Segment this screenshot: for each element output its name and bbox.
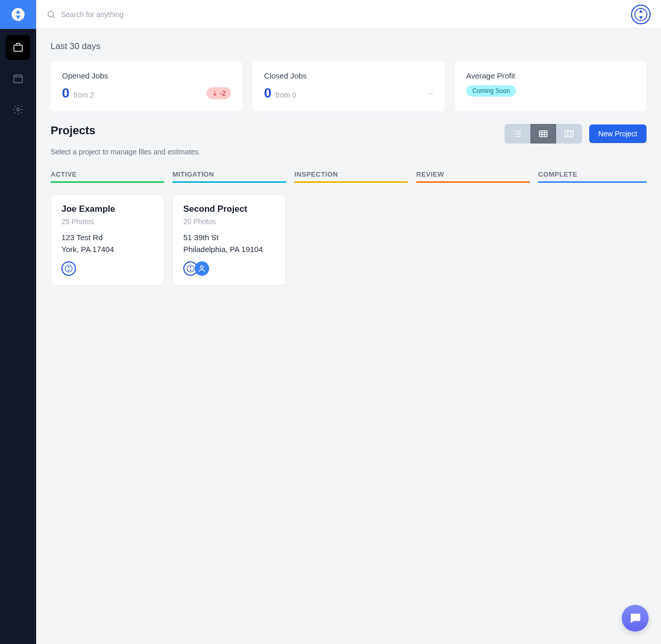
addr-line-1: 51 39th St	[183, 232, 275, 244]
column-review: REVIEW	[416, 170, 530, 286]
addr-line-1: 123 Test Rd	[61, 232, 153, 244]
user-icon	[197, 264, 207, 273]
projects-subheading: Select a project to manage files and est…	[51, 148, 647, 156]
svg-rect-5	[539, 131, 547, 137]
project-user-avatar	[61, 261, 76, 276]
svg-rect-1	[14, 75, 23, 83]
stat-body: 0 from 0 --	[264, 85, 433, 101]
aperture-icon	[10, 7, 26, 22]
addr-line-2: Philadelphia, PA 19104	[183, 244, 275, 256]
stat-body: 0 from 2 -2	[62, 85, 231, 101]
svg-rect-0	[14, 45, 23, 51]
stats-row: Opened Jobs 0 from 2 -2 Closed Jobs	[51, 61, 647, 112]
project-user-avatar	[195, 261, 209, 276]
search-icon	[46, 10, 56, 19]
view-map-button[interactable]	[556, 124, 582, 144]
app-logo[interactable]	[0, 0, 36, 29]
stat-left: 0 from 2	[62, 85, 94, 101]
project-users	[61, 261, 153, 276]
topbar	[36, 0, 661, 29]
main: Last 30 days Opened Jobs 0 from 2 -2	[36, 0, 661, 298]
projects-heading: Projects	[51, 124, 96, 137]
stat-left: 0 from 0	[264, 85, 296, 101]
stat-delta-value: -2	[220, 89, 226, 97]
stat-title: Average Profit	[466, 71, 635, 80]
content: Last 30 days Opened Jobs 0 from 2 -2	[36, 29, 661, 298]
project-address: 123 Test Rd York, PA 17404	[61, 232, 153, 255]
column-header: MITIGATION	[172, 170, 286, 183]
chat-bubble-button[interactable]	[622, 605, 649, 632]
search-wrap	[46, 10, 631, 19]
map-icon	[564, 129, 574, 139]
stat-title: Closed Jobs	[264, 71, 433, 80]
sidebar-item-calendar[interactable]	[6, 66, 30, 91]
projects-header: Projects	[51, 124, 647, 144]
svg-point-3	[48, 11, 54, 17]
project-users	[183, 261, 275, 276]
svg-point-2	[17, 108, 20, 111]
search-input[interactable]	[61, 10, 216, 19]
sidebar	[0, 0, 36, 644]
sidebar-item-settings[interactable]	[6, 97, 30, 122]
project-card[interactable]: Joe Example 25 Photos 123 Test Rd York, …	[51, 194, 164, 286]
column-inspection: INSPECTION	[294, 170, 408, 286]
column-active: ACTIVE Joe Example 25 Photos 123 Test Rd…	[51, 170, 164, 286]
stat-card-opened: Opened Jobs 0 from 2 -2	[51, 61, 242, 112]
view-board-button[interactable]	[530, 124, 556, 144]
project-address: 51 39th St Philadelphia, PA 19104	[183, 232, 275, 255]
project-photos: 20 Photos	[183, 217, 275, 226]
stat-card-profit: Average Profit Coming Soon	[455, 61, 647, 112]
stat-from: from 2	[73, 91, 94, 99]
calendar-icon	[12, 73, 24, 84]
column-header: COMPLETE	[538, 170, 647, 183]
stat-title: Opened Jobs	[62, 71, 231, 80]
briefcase-icon	[12, 42, 24, 53]
view-toggle	[505, 124, 582, 144]
project-name: Joe Example	[61, 204, 153, 214]
aperture-icon	[634, 7, 648, 22]
arrow-down-icon	[212, 90, 218, 97]
addr-line-2: York, PA 17404	[61, 244, 153, 256]
view-list-button[interactable]	[505, 124, 530, 144]
project-photos: 25 Photos	[61, 217, 153, 226]
table-icon	[538, 129, 548, 139]
stat-value: 0	[264, 85, 271, 101]
list-icon	[512, 129, 523, 139]
stat-value: 0	[62, 85, 69, 101]
aperture-icon	[64, 264, 73, 273]
column-mitigation: MITIGATION Second Project 20 Photos 51 3…	[172, 170, 286, 286]
coming-soon-badge: Coming Soon	[466, 85, 516, 97]
projects-controls: New Project	[505, 124, 647, 144]
board-columns: ACTIVE Joe Example 25 Photos 123 Test Rd…	[51, 170, 647, 286]
chat-icon	[628, 611, 642, 625]
stat-card-closed: Closed Jobs 0 from 0 --	[253, 61, 444, 112]
column-header: ACTIVE	[51, 170, 164, 183]
svg-point-8	[200, 265, 203, 268]
column-complete: COMPLETE	[538, 170, 647, 286]
new-project-button[interactable]: New Project	[589, 124, 647, 143]
period-label: Last 30 days	[51, 41, 647, 52]
user-avatar[interactable]	[631, 5, 651, 24]
stat-from: from 0	[276, 91, 296, 99]
column-header: INSPECTION	[294, 170, 408, 183]
sidebar-item-projects[interactable]	[6, 35, 30, 60]
column-header: REVIEW	[416, 170, 530, 183]
project-card[interactable]: Second Project 20 Photos 51 39th St Phil…	[172, 194, 286, 286]
stat-delta-badge: -2	[207, 87, 231, 99]
project-name: Second Project	[183, 204, 275, 214]
gear-icon	[12, 104, 24, 115]
stat-right-value: --	[429, 89, 433, 97]
aperture-icon	[186, 264, 195, 273]
